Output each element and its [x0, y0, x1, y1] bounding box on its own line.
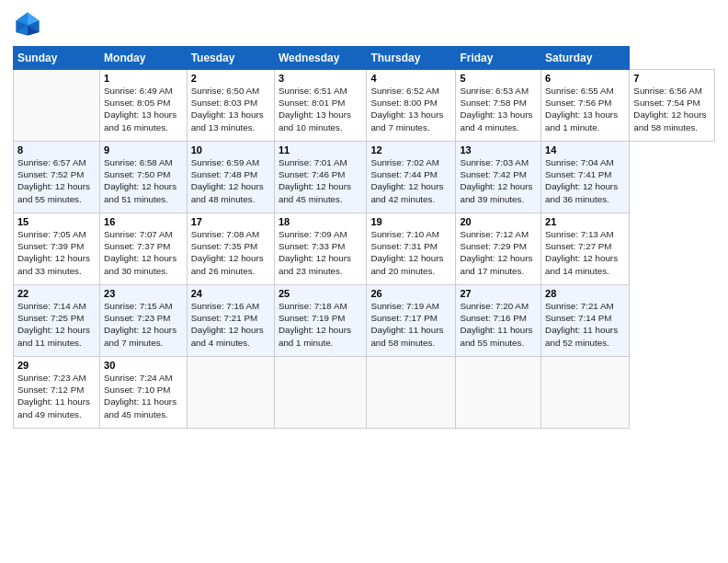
sunset: Sunset: 7:41 PM: [545, 169, 611, 179]
sunset: Sunset: 7:58 PM: [460, 98, 526, 108]
day-number: 22: [17, 288, 96, 299]
daylight: Daylight: 11 hours and 52 minutes.: [545, 325, 618, 347]
table-row: 20 Sunrise: 7:12 AM Sunset: 7:29 PM Dayl…: [456, 213, 541, 285]
sunset: Sunset: 7:21 PM: [191, 313, 257, 323]
day-number: 28: [545, 288, 625, 299]
calendar-week-3: 15 Sunrise: 7:05 AM Sunset: 7:39 PM Dayl…: [14, 213, 715, 285]
day-info: Sunrise: 6:55 AM Sunset: 7:56 PM Dayligh…: [545, 85, 625, 133]
day-number: 20: [460, 216, 537, 227]
sunrise: Sunrise: 6:59 AM: [191, 157, 260, 167]
day-info: Sunrise: 7:20 AM Sunset: 7:16 PM Dayligh…: [460, 300, 537, 349]
sunrise: Sunrise: 7:13 AM: [545, 229, 614, 239]
daylight: Daylight: 12 hours and 36 minutes.: [545, 181, 618, 203]
sunrise: Sunrise: 7:09 AM: [279, 229, 347, 239]
day-number: 24: [191, 288, 270, 299]
sunset: Sunset: 7:52 PM: [17, 169, 84, 179]
header: [13, 9, 715, 39]
calendar-week-2: 8 Sunrise: 6:57 AM Sunset: 7:52 PM Dayli…: [14, 142, 715, 213]
day-info: Sunrise: 7:03 AM Sunset: 7:42 PM Dayligh…: [460, 156, 537, 205]
sunset: Sunset: 8:01 PM: [279, 98, 345, 108]
day-info: Sunrise: 7:21 AM Sunset: 7:14 PM Dayligh…: [545, 300, 625, 349]
table-row: 11 Sunrise: 7:01 AM Sunset: 7:46 PM Dayl…: [274, 142, 366, 213]
day-number: 16: [104, 216, 183, 227]
day-number: 9: [104, 144, 183, 155]
logo-icon: [13, 9, 42, 39]
sunset: Sunset: 7:33 PM: [279, 241, 345, 251]
sunset: Sunset: 7:19 PM: [279, 313, 345, 323]
table-row: 14 Sunrise: 7:04 AM Sunset: 7:41 PM Dayl…: [541, 142, 630, 213]
table-row: [14, 70, 100, 142]
daylight: Daylight: 12 hours and 55 minutes.: [17, 181, 90, 203]
daylight: Daylight: 12 hours and 7 minutes.: [104, 325, 176, 347]
day-number: 21: [545, 216, 625, 227]
sunset: Sunset: 7:44 PM: [370, 169, 437, 179]
day-info: Sunrise: 7:09 AM Sunset: 7:33 PM Dayligh…: [279, 228, 362, 277]
day-number: 13: [460, 144, 537, 155]
day-info: Sunrise: 7:23 AM Sunset: 7:12 PM Dayligh…: [17, 372, 96, 420]
table-row: 26 Sunrise: 7:19 AM Sunset: 7:17 PM Dayl…: [367, 285, 456, 357]
table-row: 18 Sunrise: 7:09 AM Sunset: 7:33 PM Dayl…: [274, 213, 366, 285]
daylight: Daylight: 12 hours and 30 minutes.: [104, 253, 176, 275]
daylight: Daylight: 13 hours and 13 minutes.: [191, 109, 264, 132]
sunset: Sunset: 7:31 PM: [370, 241, 437, 251]
sunrise: Sunrise: 7:19 AM: [370, 301, 439, 311]
calendar-week-4: 22 Sunrise: 7:14 AM Sunset: 7:25 PM Dayl…: [14, 285, 715, 357]
sunset: Sunset: 7:35 PM: [191, 241, 257, 251]
day-info: Sunrise: 7:19 AM Sunset: 7:17 PM Dayligh…: [370, 300, 451, 349]
sunset: Sunset: 7:17 PM: [370, 313, 437, 323]
table-row: [367, 357, 456, 429]
day-number: 15: [17, 216, 96, 227]
sunrise: Sunrise: 7:10 AM: [370, 229, 439, 239]
sunrise: Sunrise: 7:18 AM: [279, 301, 347, 311]
table-row: 10 Sunrise: 6:59 AM Sunset: 7:48 PM Dayl…: [187, 142, 274, 213]
table-row: [187, 357, 274, 429]
day-number: 2: [191, 73, 270, 84]
daylight: Daylight: 12 hours and 11 minutes.: [17, 325, 90, 347]
sunset: Sunset: 7:46 PM: [279, 169, 345, 179]
day-number: 12: [370, 144, 451, 155]
table-row: 9 Sunrise: 6:58 AM Sunset: 7:50 PM Dayli…: [100, 142, 188, 213]
sunrise: Sunrise: 6:57 AM: [17, 157, 86, 167]
day-info: Sunrise: 6:49 AM Sunset: 8:05 PM Dayligh…: [104, 85, 183, 133]
day-info: Sunrise: 7:14 AM Sunset: 7:25 PM Dayligh…: [17, 300, 96, 349]
sunrise: Sunrise: 6:51 AM: [279, 86, 347, 96]
day-info: Sunrise: 7:04 AM Sunset: 7:41 PM Dayligh…: [545, 156, 625, 205]
day-info: Sunrise: 7:18 AM Sunset: 7:19 PM Dayligh…: [279, 300, 362, 349]
logo: [13, 9, 46, 39]
table-row: 7 Sunrise: 6:56 AM Sunset: 7:54 PM Dayli…: [630, 70, 715, 142]
daylight: Daylight: 12 hours and 26 minutes.: [191, 253, 264, 275]
sunrise: Sunrise: 7:02 AM: [370, 157, 439, 167]
col-thursday: Thursday: [367, 47, 456, 70]
day-info: Sunrise: 7:15 AM Sunset: 7:23 PM Dayligh…: [104, 300, 183, 349]
daylight: Daylight: 13 hours and 1 minute.: [545, 109, 618, 132]
col-saturday: Saturday: [541, 47, 630, 70]
day-number: 7: [633, 73, 711, 84]
daylight: Daylight: 12 hours and 39 minutes.: [460, 181, 532, 203]
sunset: Sunset: 7:39 PM: [17, 241, 84, 251]
sunrise: Sunrise: 7:15 AM: [104, 301, 173, 311]
day-info: Sunrise: 7:10 AM Sunset: 7:31 PM Dayligh…: [370, 228, 451, 277]
calendar-week-1: 1 Sunrise: 6:49 AM Sunset: 8:05 PM Dayli…: [14, 70, 715, 142]
daylight: Daylight: 13 hours and 4 minutes.: [460, 109, 532, 132]
table-row: 15 Sunrise: 7:05 AM Sunset: 7:39 PM Dayl…: [14, 213, 100, 285]
day-number: 23: [104, 288, 183, 299]
table-row: 8 Sunrise: 6:57 AM Sunset: 7:52 PM Dayli…: [14, 142, 100, 213]
day-info: Sunrise: 6:59 AM Sunset: 7:48 PM Dayligh…: [191, 156, 270, 205]
day-info: Sunrise: 6:58 AM Sunset: 7:50 PM Dayligh…: [104, 156, 183, 205]
daylight: Daylight: 12 hours and 23 minutes.: [279, 253, 351, 275]
day-info: Sunrise: 7:13 AM Sunset: 7:27 PM Dayligh…: [545, 228, 625, 277]
day-info: Sunrise: 6:56 AM Sunset: 7:54 PM Dayligh…: [633, 85, 711, 133]
table-row: [456, 357, 541, 429]
day-number: 6: [545, 73, 625, 84]
day-number: 10: [191, 144, 270, 155]
daylight: Daylight: 12 hours and 33 minutes.: [17, 253, 90, 275]
sunset: Sunset: 7:54 PM: [633, 98, 700, 108]
day-number: 14: [545, 144, 625, 155]
day-info: Sunrise: 6:53 AM Sunset: 7:58 PM Dayligh…: [460, 85, 537, 133]
daylight: Daylight: 12 hours and 4 minutes.: [191, 325, 264, 347]
table-row: 24 Sunrise: 7:16 AM Sunset: 7:21 PM Dayl…: [187, 285, 274, 357]
sunset: Sunset: 7:29 PM: [460, 241, 526, 251]
sunrise: Sunrise: 6:56 AM: [633, 86, 702, 96]
table-row: 30 Sunrise: 7:24 AM Sunset: 7:10 PM Dayl…: [100, 357, 188, 429]
sunrise: Sunrise: 6:58 AM: [104, 157, 173, 167]
